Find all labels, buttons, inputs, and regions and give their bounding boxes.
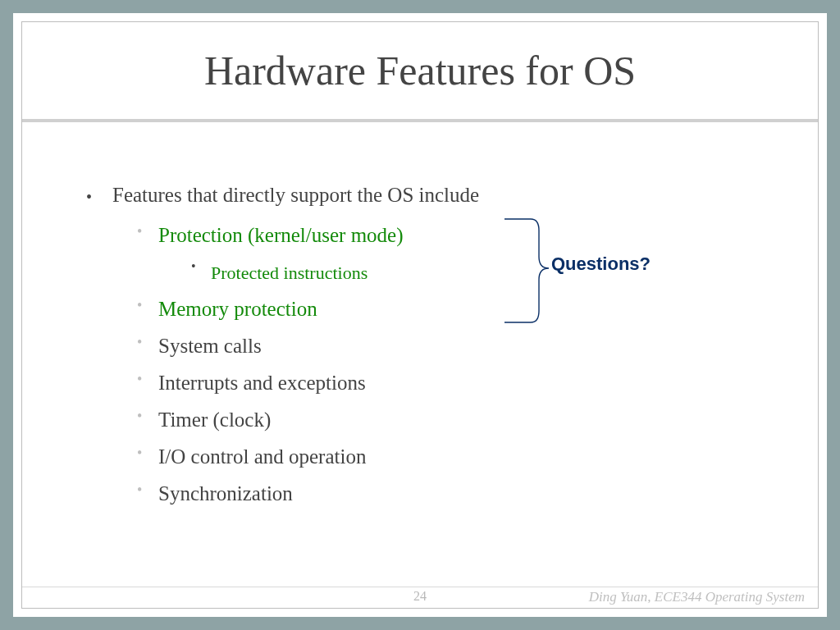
item-interrupts: Interrupts and exceptions <box>158 372 366 394</box>
item-protected-instr: Protected instructions <box>211 262 368 283</box>
slide-title: Hardware Features for OS <box>22 47 818 94</box>
footer-divider <box>22 587 818 587</box>
item-sync: Synchronization <box>158 482 293 504</box>
list-item: Interrupts and exceptions <box>137 364 785 401</box>
slide-mat: Hardware Features for OS Features that d… <box>13 13 827 617</box>
author-line: Ding Yuan, ECE344 Operating System <box>589 589 805 605</box>
item-io: I/O control and operation <box>158 445 366 468</box>
list-item: System calls <box>137 327 785 364</box>
slide-body: Hardware Features for OS Features that d… <box>22 22 818 608</box>
item-timer: Timer (clock) <box>158 409 271 431</box>
intro-line: Features that directly support the OS in… <box>88 178 785 512</box>
item-protection: Protection (kernel/user mode) <box>158 224 404 246</box>
item-memory: Memory protection <box>158 298 317 320</box>
slide-inner-border: Hardware Features for OS Features that d… <box>21 21 819 609</box>
item-syscalls: System calls <box>158 335 262 357</box>
slide-frame: Hardware Features for OS Features that d… <box>0 0 840 630</box>
content-area: Features that directly support the OS in… <box>88 178 785 512</box>
list-item: Protected instructions <box>191 253 785 290</box>
list-item: I/O control and operation <box>137 438 785 475</box>
list-item: Protection (kernel/user mode) Protected … <box>137 217 785 290</box>
title-divider <box>22 119 818 122</box>
list-item: Synchronization <box>137 475 785 512</box>
intro-text: Features that directly support the OS in… <box>112 184 479 206</box>
list-item: Timer (clock) <box>137 401 785 438</box>
list-item: Memory protection <box>137 290 785 327</box>
